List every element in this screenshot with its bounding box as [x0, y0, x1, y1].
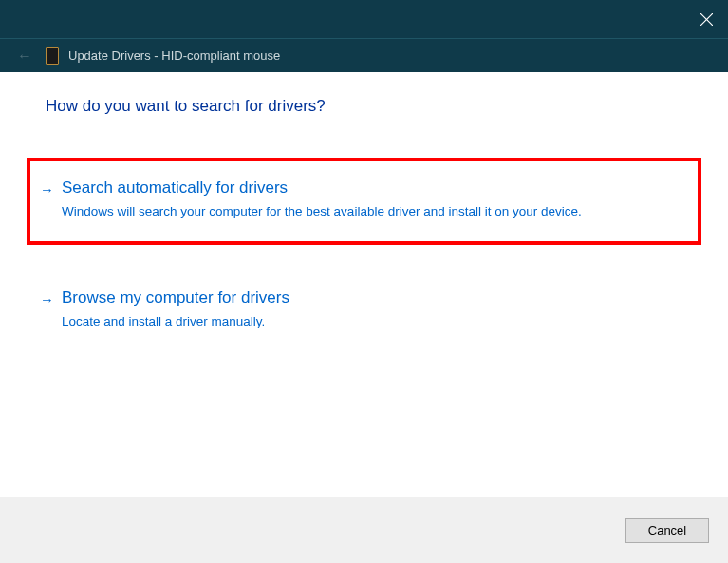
titlebar — [0, 0, 728, 38]
option-text: Search automatically for drivers Windows… — [62, 178, 582, 220]
back-arrow-icon: ← — [17, 47, 32, 65]
dialog-title: Update Drivers - HID-compliant mouse — [68, 48, 280, 63]
device-icon — [46, 47, 59, 65]
option-description: Locate and install a driver manually. — [62, 313, 289, 330]
option-browse-computer[interactable]: → Browse my computer for drivers Locate … — [27, 268, 701, 355]
cancel-button[interactable]: Cancel — [625, 518, 709, 543]
option-title: Search automatically for drivers — [62, 178, 582, 197]
page-heading: How do you want to search for drivers? — [0, 72, 728, 116]
arrow-right-icon: → — [40, 181, 54, 220]
option-text: Browse my computer for drivers Locate an… — [62, 289, 289, 330]
option-description: Windows will search your computer for th… — [62, 203, 582, 220]
content-area: How do you want to search for drivers? →… — [0, 72, 728, 497]
dialog-footer: Cancel — [0, 497, 728, 563]
option-search-automatically[interactable]: → Search automatically for drivers Windo… — [27, 158, 701, 245]
close-icon — [700, 13, 713, 26]
arrow-right-icon: → — [40, 291, 54, 330]
dialog-header: ← Update Drivers - HID-compliant mouse — [0, 38, 728, 72]
option-title: Browse my computer for drivers — [62, 289, 289, 308]
options-list: → Search automatically for drivers Windo… — [0, 158, 728, 355]
close-button[interactable] — [684, 0, 728, 38]
